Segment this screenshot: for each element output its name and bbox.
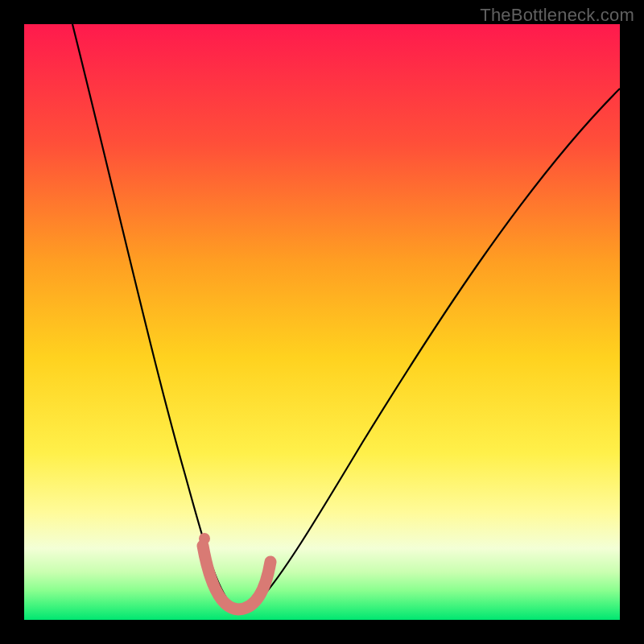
plot-area [24,24,620,620]
curve-layer [24,24,620,620]
accent-bowl [203,546,270,609]
watermark-text: TheBottleneck.com [480,5,634,26]
outer-frame: TheBottleneck.com [0,0,644,644]
bottleneck-curve [72,24,620,610]
